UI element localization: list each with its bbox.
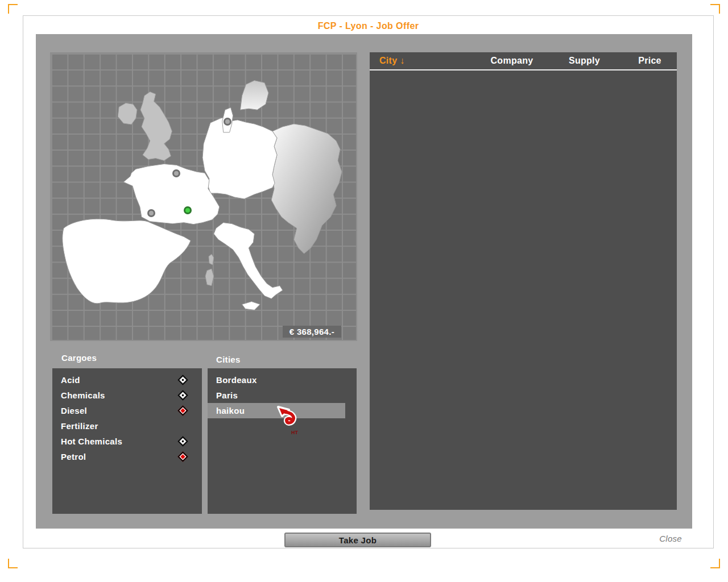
country-iberia	[63, 219, 191, 304]
cargo-row[interactable]: Chemicals	[52, 388, 202, 403]
country-france	[123, 164, 220, 224]
island-sicily	[242, 302, 260, 310]
city-row[interactable]: Bordeaux	[208, 372, 357, 388]
cargo-hazard-icon	[177, 451, 188, 462]
corner-bracket-top-right	[710, 4, 720, 14]
cargo-name: Hot Chemicals	[61, 436, 122, 446]
cargo-row[interactable]: Hot Chemicals	[52, 434, 202, 449]
outer-frame: FCP - Lyon - Job Offer	[23, 15, 714, 548]
page: { "window": { "title": "FCP - Lyon - Job…	[0, 0, 728, 582]
cargo-name: Acid	[61, 375, 80, 385]
column-header-price[interactable]: Price	[623, 56, 677, 66]
cargo-hazard-icon	[177, 390, 188, 400]
island-corsica	[209, 254, 214, 265]
country-great-britain	[140, 92, 172, 160]
close-button[interactable]: Close	[659, 534, 682, 543]
cargo-row[interactable]: Acid	[52, 372, 202, 388]
cargo-hazard-icon	[177, 436, 188, 446]
column-header-city[interactable]: City ↓	[370, 56, 478, 66]
cargo-name: Chemicals	[61, 390, 105, 400]
cargo-name: Fertilizer	[61, 421, 98, 431]
dialog-title: FCP - Lyon - Job Offer	[23, 21, 713, 31]
cargo-hazard-icon	[177, 405, 188, 415]
city-marker[interactable]	[224, 118, 231, 126]
job-offer-dialog: € 368,964.- City ↓ Company Supply Price …	[36, 34, 692, 529]
cargo-name: Petrol	[61, 452, 86, 462]
city-name: haikou	[216, 406, 245, 415]
take-job-button[interactable]: Take Job	[284, 533, 431, 547]
country-ireland	[118, 103, 137, 124]
cargo-row[interactable]: Fertilizer	[52, 418, 202, 434]
cargo-hazard-icon	[177, 375, 188, 385]
cargo-row[interactable]: Petrol	[52, 449, 202, 464]
cities-panel: Bordeaux Paris haikou	[208, 368, 357, 514]
column-header-company[interactable]: Company	[478, 56, 546, 66]
country-scandinavia	[240, 81, 268, 110]
city-name: Paris	[216, 390, 238, 400]
cargoes-panel: Acid Chemicals Diesel Fertilizer Hot Che…	[52, 368, 202, 514]
city-marker[interactable]	[172, 169, 180, 177]
city-row[interactable]: Paris	[208, 388, 357, 403]
cargo-name: Diesel	[61, 406, 87, 415]
city-marker[interactable]	[147, 209, 155, 217]
corner-bracket-top-left	[8, 4, 18, 14]
europe-map: € 368,964.-	[50, 52, 357, 341]
cargoes-label: Cargoes	[61, 353, 97, 363]
cursor-label: HT	[291, 430, 298, 435]
europe-map-svg	[51, 53, 356, 340]
island-sardinia	[205, 269, 214, 286]
game-cursor: HT	[276, 406, 304, 436]
cities-label: Cities	[216, 355, 241, 364]
money-display: € 368,964.-	[283, 326, 341, 338]
current-city-marker[interactable]	[184, 206, 192, 214]
corner-bracket-bottom-left	[8, 559, 18, 568]
column-header-supply[interactable]: Supply	[546, 56, 623, 66]
job-table-header: City ↓ Company Supply Price	[370, 52, 677, 70]
city-name: Bordeaux	[216, 375, 257, 385]
country-germany	[202, 117, 277, 199]
country-eastern-europe	[271, 124, 342, 253]
cargo-row[interactable]: Diesel	[52, 403, 202, 418]
job-table-panel: City ↓ Company Supply Price	[370, 52, 677, 510]
corner-bracket-bottom-right	[710, 559, 720, 568]
country-italy	[214, 223, 283, 299]
